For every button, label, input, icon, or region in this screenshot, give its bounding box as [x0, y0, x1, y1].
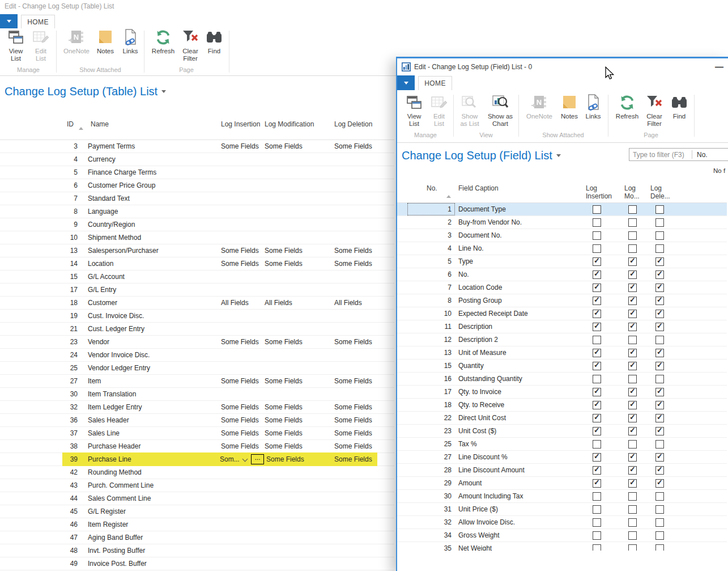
table-row[interactable]: 12Description 2 — [397, 333, 727, 346]
log-deletion-checkbox[interactable] — [655, 518, 664, 527]
table-row[interactable]: 17Qty. to Invoice — [397, 386, 727, 399]
log-deletion-checkbox[interactable] — [655, 505, 664, 514]
log-deletion-checkbox[interactable] — [655, 218, 664, 227]
table-row[interactable]: 1Document Type — [397, 203, 727, 216]
table-row[interactable]: 7Standard Text — [0, 192, 394, 205]
log-deletion-checkbox[interactable] — [655, 388, 664, 396]
table-row[interactable]: 17G/L Entry — [0, 284, 394, 297]
log-deletion-checkbox[interactable] — [655, 466, 664, 475]
minimize-button[interactable]: — — [715, 62, 723, 71]
table-row[interactable]: 31Unit Price ($) — [397, 503, 727, 516]
filter-column[interactable]: No. — [692, 151, 712, 159]
table-row[interactable]: 3Document No. — [397, 229, 727, 242]
log-modification-checkbox[interactable] — [628, 336, 637, 344]
log-modification-checkbox[interactable] — [628, 531, 637, 540]
table-row[interactable]: 44Sales Comment Line — [0, 492, 394, 505]
log-deletion-checkbox[interactable] — [655, 440, 664, 449]
tab-home[interactable]: HOME — [21, 15, 55, 29]
log-deletion-checkbox[interactable] — [655, 479, 664, 488]
edit-list-button[interactable]: Edit List — [428, 94, 450, 128]
refresh-button[interactable]: Refresh — [148, 28, 178, 55]
table-row[interactable]: 45G/L Register — [0, 505, 394, 518]
log-insertion-checkbox[interactable] — [593, 440, 601, 449]
log-deletion-checkbox[interactable] — [655, 310, 664, 318]
notes-button[interactable]: Notes — [94, 28, 117, 55]
log-modification-checkbox[interactable] — [628, 310, 637, 318]
column-header-field-caption[interactable]: Field Caption — [458, 184, 499, 192]
log-modification-checkbox[interactable] — [628, 466, 637, 475]
column-header-log-deletion[interactable]: Log Dele... — [650, 184, 676, 200]
log-deletion-checkbox[interactable] — [655, 401, 664, 409]
find-button[interactable]: Find — [668, 94, 691, 120]
log-modification-checkbox[interactable] — [628, 518, 637, 527]
table-row[interactable]: 23Unit Cost ($) — [397, 425, 727, 438]
log-modification-checkbox[interactable] — [628, 349, 637, 357]
log-insertion-checkbox[interactable] — [593, 218, 601, 227]
table-row[interactable]: 29Amount — [397, 477, 727, 490]
log-insertion-checkbox[interactable] — [593, 362, 601, 370]
edit-list-button[interactable]: Edit List — [29, 28, 52, 62]
log-insertion-checkbox[interactable] — [593, 270, 601, 279]
log-insertion-checkbox[interactable] — [593, 297, 601, 305]
table-row[interactable]: 21Cust. Ledger Entry — [0, 323, 394, 336]
log-modification-checkbox[interactable] — [628, 479, 637, 488]
log-modification-checkbox[interactable] — [628, 257, 637, 266]
find-button[interactable]: Find — [203, 28, 225, 55]
refresh-button[interactable]: Refresh — [612, 94, 642, 120]
table-row[interactable]: 34Gross Weight — [397, 529, 727, 542]
log-insertion-checkbox[interactable] — [593, 388, 601, 396]
filter-input[interactable] — [629, 151, 692, 159]
table-row[interactable]: 15G/L Account — [0, 270, 394, 284]
log-modification-checkbox[interactable] — [628, 231, 637, 240]
column-header-log-deletion[interactable]: Log Deletion — [334, 120, 372, 128]
log-deletion-checkbox[interactable] — [655, 531, 664, 540]
table-row[interactable]: 5Finance Charge Terms — [0, 166, 394, 179]
table-row[interactable]: 11Description — [397, 320, 727, 333]
log-deletion-checkbox[interactable] — [655, 336, 664, 344]
table-row[interactable]: 5Type — [397, 255, 727, 268]
table-row[interactable]: 8Posting Group — [397, 294, 727, 307]
log-modification-checkbox[interactable] — [628, 440, 637, 449]
table-row[interactable]: 15Quantity — [397, 359, 727, 373]
log-insertion-checkbox[interactable] — [593, 427, 601, 435]
table-row[interactable]: 42Rounding Method — [0, 466, 394, 479]
log-modification-checkbox[interactable] — [628, 453, 637, 462]
table-row[interactable]: 30Amount Including Tax — [397, 490, 727, 503]
table-row[interactable]: 38Purchase HeaderSome FieldsSome FieldsS… — [0, 440, 394, 453]
log-insertion-checkbox[interactable] — [593, 492, 601, 501]
log-modification-checkbox[interactable] — [628, 297, 637, 305]
table-row[interactable]: 37Sales LineSome FieldsSome FieldsSome F… — [0, 427, 394, 440]
show-as-chart-button[interactable]: Show as Chart — [484, 94, 516, 128]
table-row[interactable]: 32Item Ledger EntrySome FieldsSome Field… — [0, 401, 394, 414]
log-modification-checkbox[interactable] — [628, 323, 637, 331]
log-deletion-checkbox[interactable] — [655, 375, 664, 383]
log-modification-checkbox[interactable] — [628, 505, 637, 514]
table-row[interactable]: 8Language — [0, 205, 394, 218]
table-row[interactable]: 13Unit of Measure — [397, 346, 727, 359]
log-deletion-checkbox[interactable] — [655, 453, 664, 462]
table-row[interactable]: 30Item Translation — [0, 388, 394, 401]
table-row[interactable]: 18Qty. to Receive — [397, 399, 727, 412]
log-deletion-checkbox[interactable] — [655, 323, 664, 331]
log-deletion-checkbox[interactable] — [655, 205, 664, 214]
log-modification-checkbox[interactable] — [628, 205, 637, 214]
log-insertion-checkbox[interactable] — [593, 284, 601, 292]
log-deletion-checkbox[interactable] — [655, 297, 664, 305]
table-row[interactable]: 6Customer Price Group — [0, 179, 394, 192]
log-insertion-checkbox[interactable] — [593, 505, 601, 514]
tab-home[interactable]: HOME — [418, 76, 452, 90]
table-row[interactable]: 49Invoice Post. Buffer — [0, 557, 394, 570]
log-insertion-checkbox[interactable] — [593, 466, 601, 475]
table-row[interactable]: 47Aging Band Buffer — [0, 531, 394, 544]
log-insertion-checkbox[interactable] — [593, 336, 601, 344]
table-row[interactable]: 4Currency — [0, 153, 394, 166]
log-insertion-checkbox[interactable] — [593, 453, 601, 462]
table-row[interactable]: 27ItemSome FieldsSome FieldsSome Fields — [0, 375, 394, 388]
table-row[interactable]: 18CustomerAll FieldsAll FieldsAll Fields — [0, 297, 394, 310]
view-list-button[interactable]: View List — [5, 28, 27, 62]
log-insertion-checkbox[interactable] — [593, 414, 601, 422]
log-modification-checkbox[interactable] — [628, 544, 637, 551]
log-deletion-checkbox[interactable] — [655, 244, 664, 253]
titlebar[interactable]: Edit - Change Log Setup (Field) List - 0… — [397, 58, 728, 75]
table-row[interactable]: 24Vendor Invoice Disc. — [0, 349, 394, 362]
